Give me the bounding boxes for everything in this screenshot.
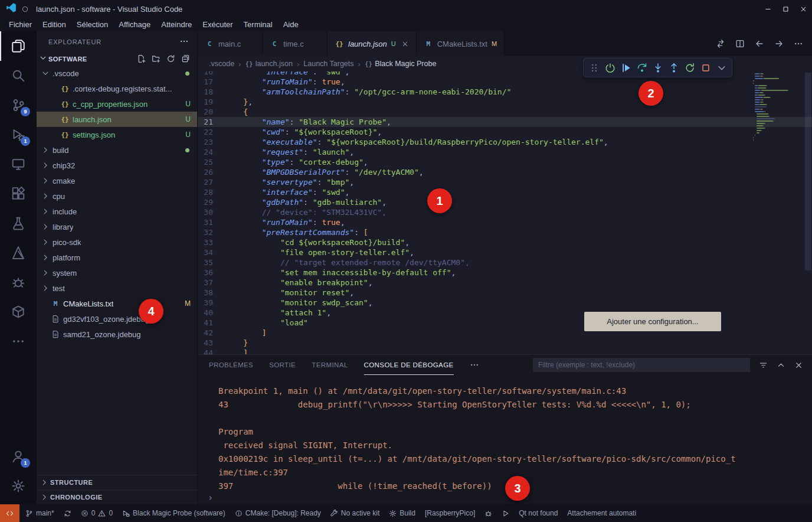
- tree-item-platform[interactable]: platform: [37, 250, 197, 265]
- status-cmake-build[interactable]: Build: [384, 504, 420, 522]
- navigate-back-button[interactable]: [755, 39, 764, 48]
- crumb-black-magic-probe[interactable]: {}Black Magic Probe: [365, 60, 436, 68]
- debug-toolbar[interactable]: [583, 58, 732, 77]
- status-problems[interactable]: 00: [76, 504, 117, 522]
- code-line-43[interactable]: 43 }: [198, 338, 812, 348]
- menu-affichage[interactable]: Affichage: [113, 19, 156, 30]
- line-number[interactable]: 22: [198, 127, 225, 137]
- line-number[interactable]: 29: [198, 197, 225, 207]
- activity-run-and-debug[interactable]: 1: [0, 120, 37, 149]
- panel-tab-console-de-de-bogage[interactable]: CONSOLE DE DÉBOGAGE: [364, 355, 454, 375]
- tree-item-system[interactable]: system: [37, 265, 197, 280]
- console-filter-input[interactable]: [533, 358, 750, 372]
- line-number[interactable]: 25: [198, 157, 225, 167]
- panel-tab-sortie[interactable]: SORTIE: [269, 355, 296, 375]
- debug-drag-handle-button[interactable]: [586, 60, 602, 76]
- crumb-launch-json[interactable]: {}launch.json: [245, 60, 293, 68]
- sidebar-more-actions[interactable]: [179, 37, 189, 47]
- line-number[interactable]: 41: [198, 318, 225, 328]
- line-number[interactable]: 32: [198, 227, 225, 237]
- menu-edition[interactable]: Edition: [37, 19, 71, 30]
- tree-item-test[interactable]: test: [37, 280, 197, 296]
- section-chronologie[interactable]: CHRONOLOGIE: [37, 490, 197, 504]
- code-line-44[interactable]: 44 ]: [198, 348, 812, 354]
- line-number[interactable]: 21: [198, 117, 225, 127]
- navigate-forward-button[interactable]: [774, 39, 784, 48]
- activity-accounts[interactable]: 1: [0, 442, 37, 471]
- code-line-28[interactable]: 28 "interface": "swd",: [198, 187, 812, 197]
- activity-packages[interactable]: [0, 297, 37, 327]
- line-number[interactable]: 43: [198, 338, 225, 348]
- activity-testing[interactable]: [0, 208, 37, 238]
- line-number[interactable]: 24: [198, 147, 225, 157]
- status-debug-target[interactable]: Black Magic Probe (software): [117, 504, 230, 522]
- menu-exe-cuter[interactable]: Exécuter: [197, 19, 238, 30]
- code-line-33[interactable]: 33 "cd ${workspaceRoot}/build",: [198, 237, 812, 247]
- debug-continue-button[interactable]: [618, 60, 634, 76]
- line-number[interactable]: 20: [198, 107, 225, 117]
- code-line-34[interactable]: 34 "file open-story-teller.elf",: [198, 247, 812, 257]
- code-line-21[interactable]: 21 "name": "Black Magic Probe",: [198, 117, 812, 127]
- line-number[interactable]: 19: [198, 97, 225, 107]
- line-number[interactable]: 34: [198, 247, 225, 257]
- line-number[interactable]: 33: [198, 237, 225, 247]
- line-number[interactable]: 30: [198, 207, 225, 217]
- code-line-39[interactable]: 39 "monitor swdp_scan",: [198, 298, 812, 308]
- activity-search[interactable]: [0, 61, 37, 90]
- tree-item-launch-json[interactable]: {}launch.jsonU: [37, 112, 197, 127]
- tree-item-cortex-debug-registers-stat[interactable]: {}.cortex-debug.registers.stat...: [37, 81, 197, 96]
- activity-settings[interactable]: [0, 471, 37, 501]
- new-folder-button[interactable]: [152, 54, 161, 63]
- code-line-19[interactable]: 19 },: [198, 97, 812, 107]
- panel-tab-terminal[interactable]: TERMINAL: [312, 355, 348, 375]
- code-line-37[interactable]: 37 "enable breakpoint",: [198, 278, 812, 288]
- status-cmake-kit[interactable]: No active kit: [326, 504, 384, 522]
- status-remote-indicator[interactable]: [0, 504, 19, 522]
- line-number[interactable]: 35: [198, 257, 225, 267]
- tree-item-library[interactable]: library: [37, 219, 197, 234]
- status-auto-attach[interactable]: Attachement automati: [562, 504, 641, 522]
- code-line-32[interactable]: 32 "preRestartCommands": [: [198, 227, 812, 237]
- code-line-30[interactable]: 30 // "device": "STM32L431VC",: [198, 207, 812, 217]
- tree-item-samd21-ozone-jdebug[interactable]: samd21_ozone.jdebug: [37, 327, 197, 342]
- tree-item-include[interactable]: include: [37, 204, 197, 219]
- debug-step-out-button[interactable]: [666, 60, 682, 76]
- status-cmake-run[interactable]: [497, 504, 514, 522]
- line-number[interactable]: 26: [198, 167, 225, 177]
- status-qt-status[interactable]: Qt not found: [514, 504, 562, 522]
- activity-cmake-tools[interactable]: [0, 238, 37, 267]
- maximize-button[interactable]: [777, 0, 794, 18]
- status-cmake-variant[interactable]: CMake: [Debug]: Ready: [230, 504, 326, 522]
- tree-item-cpu[interactable]: cpu: [37, 188, 197, 204]
- filter-output-button[interactable]: [759, 361, 768, 370]
- code-line-18[interactable]: 18 "armToolchainPath": "/opt/gcc-arm-non…: [198, 87, 812, 97]
- section-structure[interactable]: STRUCTURE: [37, 475, 197, 490]
- line-number[interactable]: 42: [198, 328, 225, 338]
- crumb-vscode[interactable]: .vscode: [209, 60, 234, 68]
- status-cmake-target[interactable]: [RaspberryPico]: [420, 504, 480, 522]
- activity-extensions[interactable]: [0, 179, 37, 208]
- activity-explorer[interactable]: [0, 31, 37, 61]
- workspace-section[interactable]: SOFTWARE: [37, 52, 197, 66]
- line-number[interactable]: 18: [198, 87, 225, 97]
- line-number[interactable]: 44: [198, 348, 225, 354]
- menu-aide[interactable]: Aide: [278, 19, 304, 30]
- menu-terminal[interactable]: Terminal: [238, 19, 278, 30]
- add-configuration-button[interactable]: Ajouter une configuration...: [584, 312, 721, 331]
- activity-source-control[interactable]: 9: [0, 90, 37, 120]
- tab-cmakelists-txt[interactable]: MCMakeLists.txtM: [417, 31, 505, 56]
- tree-item-settings-json[interactable]: {}settings.jsonU: [37, 127, 197, 142]
- tab-time-c[interactable]: Ctime.c: [263, 31, 328, 56]
- maximize-panel-button[interactable]: [777, 361, 785, 370]
- code-line-26[interactable]: 26 "BMPGDBSerialPort": "/dev/ttyACM0",: [198, 167, 812, 177]
- line-number[interactable]: 27: [198, 177, 225, 187]
- panel-more-actions[interactable]: [470, 360, 479, 370]
- more-actions-button[interactable]: [794, 39, 803, 48]
- debug-console-prompt[interactable]: ›: [198, 492, 812, 504]
- line-number[interactable]: 37: [198, 278, 225, 288]
- collapse-folders-button[interactable]: [181, 54, 190, 63]
- line-number[interactable]: 36: [198, 267, 225, 278]
- close-button[interactable]: [794, 0, 812, 18]
- line-number[interactable]: 16: [198, 71, 225, 77]
- split-editor-button[interactable]: [735, 39, 745, 48]
